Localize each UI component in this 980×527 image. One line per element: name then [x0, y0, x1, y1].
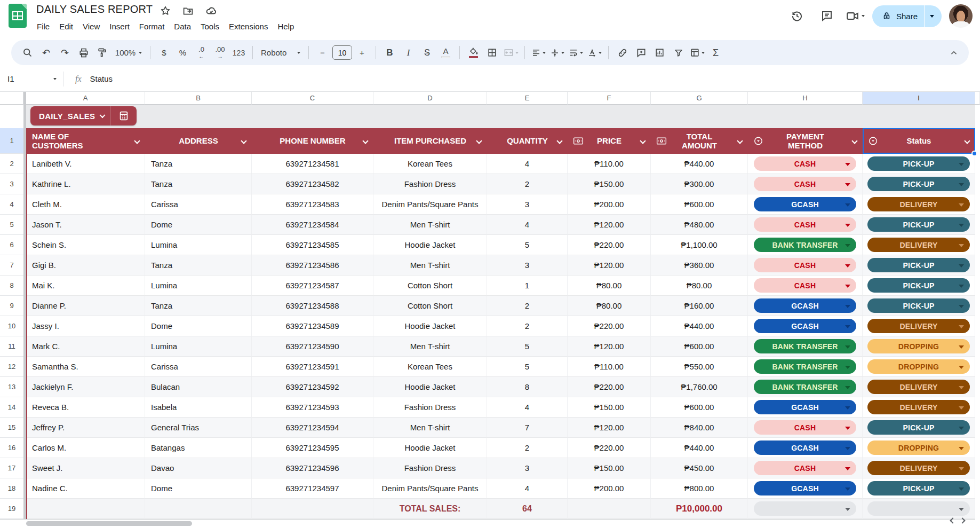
- cell-A9[interactable]: Dianne P.: [26, 296, 145, 316]
- cell-B18[interactable]: Dome: [145, 478, 252, 499]
- zoom-select[interactable]: 100%: [112, 44, 145, 61]
- menu-tools[interactable]: Tools: [196, 19, 224, 34]
- column-header-D[interactable]: D: [373, 92, 487, 105]
- borders-button[interactable]: [483, 44, 501, 61]
- status-chip[interactable]: PICK-UP: [867, 156, 970, 171]
- merge-cells-button[interactable]: [502, 44, 520, 61]
- chip-caret-icon[interactable]: [845, 203, 850, 207]
- cell-G9[interactable]: ₱160.00: [651, 296, 748, 316]
- cell-D14[interactable]: Fashion Dress: [373, 397, 487, 418]
- cell-C6[interactable]: 639271234585: [252, 235, 373, 255]
- chip-caret-icon[interactable]: [959, 487, 964, 491]
- chip-caret-icon[interactable]: [845, 406, 850, 410]
- cell-F10[interactable]: ₱220.00: [568, 316, 651, 336]
- cell-I12[interactable]: DROPPING: [863, 357, 975, 377]
- paint-format-icon[interactable]: [93, 44, 111, 61]
- cell-B11[interactable]: Lumina: [145, 336, 252, 357]
- chip-caret-icon[interactable]: [845, 244, 850, 247]
- status-chip[interactable]: PICK-UP: [867, 278, 970, 293]
- cell-A5[interactable]: Jason T.: [26, 215, 145, 235]
- chip-caret-icon[interactable]: [959, 386, 964, 389]
- menu-insert[interactable]: Insert: [105, 19, 134, 34]
- cell-D5[interactable]: Men T-shirt: [373, 215, 487, 235]
- cell-F19[interactable]: [568, 499, 651, 519]
- cell-A12[interactable]: Samantha S.: [26, 357, 145, 377]
- meet-caret-icon[interactable]: [862, 15, 865, 17]
- column-header-A[interactable]: A: [26, 92, 145, 105]
- text-wrap-button[interactable]: [567, 44, 585, 61]
- more-formats-button[interactable]: 123: [230, 44, 248, 61]
- cell-C15[interactable]: 639271234594: [252, 418, 373, 438]
- cell-B19[interactable]: [145, 499, 252, 519]
- cell-B10[interactable]: Dome: [145, 316, 252, 336]
- cell-D3[interactable]: Fashion Dress: [373, 174, 487, 194]
- cell-A10[interactable]: Jassy I.: [26, 316, 145, 336]
- row-number-17[interactable]: 17: [0, 458, 23, 478]
- chip-caret-icon[interactable]: [845, 183, 850, 186]
- cell-B17[interactable]: Davao: [145, 458, 252, 478]
- cell-E7[interactable]: 3: [487, 255, 568, 276]
- cell-I17[interactable]: DELIVERY: [863, 458, 975, 478]
- chip-caret-icon[interactable]: [845, 386, 850, 389]
- cell-H10[interactable]: GCASH: [748, 316, 863, 336]
- status-chip[interactable]: PICK-UP: [867, 177, 970, 191]
- cell-H16[interactable]: GCASH: [748, 438, 863, 458]
- table-views-caret-icon[interactable]: [702, 52, 705, 54]
- row-number-2[interactable]: 2: [0, 154, 23, 174]
- text-rotation-button[interactable]: [586, 44, 603, 61]
- row-number-19[interactable]: 19: [0, 499, 23, 519]
- header-cell-H[interactable]: PAYMENT METHOD: [748, 128, 863, 154]
- column-header-F[interactable]: F: [568, 92, 651, 105]
- filter-caret-icon[interactable]: [134, 138, 140, 144]
- payment-method-chip[interactable]: GCASH: [754, 481, 856, 495]
- cell-B12[interactable]: Carissa: [145, 357, 252, 377]
- payment-method-chip[interactable]: CASH: [754, 278, 856, 293]
- cell-D8[interactable]: Cotton Short: [373, 276, 487, 296]
- header-cell-B[interactable]: ADDRESS: [145, 128, 252, 154]
- payment-method-chip[interactable]: GCASH: [754, 400, 856, 414]
- cell-H2[interactable]: CASH: [748, 154, 863, 174]
- cell-D13[interactable]: Hoodie Jacket: [373, 377, 487, 397]
- status-chip[interactable]: PICK-UP: [867, 481, 970, 495]
- header-cell-I[interactable]: Status: [863, 128, 975, 154]
- cell-G11[interactable]: ₱600.00: [651, 336, 748, 357]
- cell-I15[interactable]: PICK-UP: [863, 418, 975, 438]
- cell-D6[interactable]: Hoodie Jacket: [373, 235, 487, 255]
- cell-A2[interactable]: Lanibeth V.: [26, 154, 145, 174]
- chip-caret-icon[interactable]: [959, 406, 964, 410]
- status-chip[interactable]: DELIVERY: [867, 400, 970, 414]
- cell-I7[interactable]: PICK-UP: [863, 255, 975, 276]
- table-views-button[interactable]: [688, 44, 706, 61]
- chip-caret-icon[interactable]: [959, 183, 964, 186]
- insert-link-icon[interactable]: [614, 44, 631, 61]
- merge-caret-icon[interactable]: [515, 52, 519, 54]
- cell-A14[interactable]: Reveca B.: [26, 397, 145, 418]
- formula-input[interactable]: Status: [90, 74, 113, 83]
- chip-caret-icon[interactable]: [959, 224, 964, 227]
- cell-C11[interactable]: 639271234590: [252, 336, 373, 357]
- cell-G4[interactable]: ₱600.00: [651, 194, 748, 215]
- cell-F13[interactable]: ₱220.00: [568, 377, 651, 397]
- text-wrap-caret-icon[interactable]: [580, 52, 583, 54]
- payment-method-chip[interactable]: CASH: [754, 461, 856, 475]
- cell-B3[interactable]: Tanza: [145, 174, 252, 194]
- star-icon[interactable]: [160, 5, 171, 16]
- cell-E2[interactable]: 4: [487, 154, 568, 174]
- filter-caret-icon[interactable]: [476, 138, 482, 144]
- payment-method-chip[interactable]: GCASH: [754, 319, 856, 333]
- cell-A16[interactable]: Carlos M.: [26, 438, 145, 458]
- header-cell-A[interactable]: NAME OF CUSTOMERS: [26, 128, 145, 154]
- cell-A15[interactable]: Jeffrey P.: [26, 418, 145, 438]
- cell-A4[interactable]: Cleth M.: [26, 194, 145, 215]
- cell-F8[interactable]: ₱80.00: [568, 276, 651, 296]
- payment-method-chip[interactable]: BANK TRANSFER: [754, 339, 856, 353]
- row-number-8[interactable]: 8: [0, 276, 23, 296]
- header-cell-E[interactable]: QUANTITY: [487, 128, 568, 154]
- status-chip[interactable]: PICK-UP: [867, 420, 970, 435]
- version-history-icon[interactable]: [786, 5, 808, 27]
- chip-caret-icon[interactable]: [959, 467, 964, 470]
- cell-F12[interactable]: ₱110.00: [568, 357, 651, 377]
- menu-format[interactable]: Format: [134, 19, 170, 34]
- cell-B8[interactable]: Lumina: [145, 276, 252, 296]
- insert-chart-icon[interactable]: [651, 44, 668, 61]
